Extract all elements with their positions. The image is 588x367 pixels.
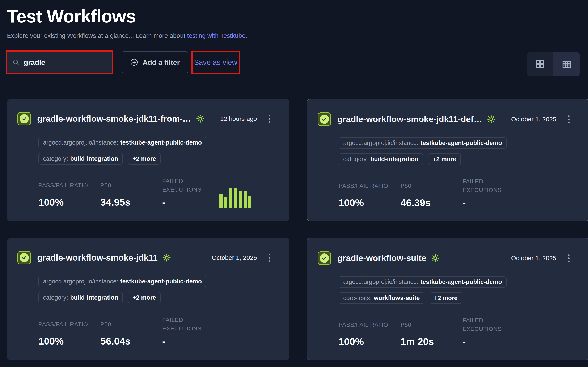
p50-value: 46.39s (401, 197, 462, 208)
label-pill: category:build-integration (38, 292, 123, 303)
pass-fail-ratio-label: PASS/FAIL RATIO (339, 177, 401, 194)
workflow-card[interactable]: gradle-workflow-smoke-jdk11-from-… 12 ho… (7, 99, 289, 221)
label-pill: argocd.argoproj.io/instance:testkube-age… (38, 276, 206, 287)
last-execution-date: October 1, 2025 (511, 116, 556, 123)
card-menu-button[interactable] (267, 113, 272, 125)
card-header: gradle-workflow-smoke-jdk11 October 1, 2… (7, 238, 289, 264)
page-title: Test Workflows (7, 6, 588, 27)
health-sun-icon (431, 254, 440, 262)
executions-bar-chart[interactable] (219, 188, 252, 208)
failed-executions-label: FAILED EXECUTIONS (462, 316, 515, 333)
search-input[interactable] (24, 58, 108, 67)
label-pill: category:build-integration (38, 153, 123, 165)
workflow-card[interactable]: gradle-workflow-smoke-jdk11-def… October… (307, 99, 588, 221)
card-menu-button[interactable] (566, 114, 571, 125)
grid-view-icon (535, 59, 545, 69)
workflow-name[interactable]: gradle-workflow-suite (337, 253, 426, 263)
workflow-name[interactable]: gradle-workflow-smoke-jdk11 (37, 253, 158, 263)
status-passed-icon (17, 251, 31, 264)
card-menu-button[interactable] (267, 252, 272, 263)
card-header: gradle-workflow-smoke-jdk11-def… October… (307, 100, 588, 126)
label-pill: category:build-integration (339, 153, 423, 165)
view-mode-toggle (527, 52, 580, 76)
p50-label: P50 (100, 316, 162, 333)
card-labels: argocd.argoproj.io/instance:testkube-age… (339, 276, 588, 304)
card-metrics: PASS/FAIL RATIO100% P5034.95s FAILED EXE… (38, 177, 289, 208)
more-labels-pill[interactable]: +2 more (128, 292, 160, 303)
workflow-name[interactable]: gradle-workflow-smoke-jdk11-def… (337, 114, 482, 124)
subtitle-text: Explore your existing Workflows at a gla… (7, 32, 187, 39)
more-labels-pill[interactable]: +2 more (428, 153, 461, 165)
search-annotation-box (6, 50, 113, 74)
pass-fail-ratio-value: 100% (339, 197, 401, 208)
more-labels-pill[interactable]: +2 more (128, 153, 160, 165)
workflow-card[interactable]: gradle-workflow-suite October 1, 2025 ar… (307, 238, 588, 360)
table-view-button[interactable] (553, 52, 580, 76)
p50-label: P50 (401, 316, 462, 333)
page-subtitle: Explore your existing Workflows at a gla… (7, 32, 588, 39)
p50-value: 34.95s (100, 196, 162, 208)
last-execution-date: 12 hours ago (220, 115, 257, 122)
health-sun-icon (162, 253, 171, 262)
pass-fail-ratio-value: 100% (339, 336, 401, 347)
failed-executions-value: - (162, 335, 215, 347)
pass-fail-ratio-label: PASS/FAIL RATIO (339, 316, 401, 333)
label-pill: argocd.argoproj.io/instance:testkube-age… (339, 276, 506, 288)
add-filter-button[interactable]: Add a filter (122, 51, 188, 73)
pass-fail-ratio-label: PASS/FAIL RATIO (38, 316, 100, 333)
p50-value: 1m 20s (401, 336, 462, 347)
search-icon (12, 59, 19, 66)
p50-label: P50 (100, 177, 162, 194)
card-menu-button[interactable] (566, 253, 571, 264)
p50-label: P50 (401, 177, 462, 194)
table-view-icon (562, 59, 572, 69)
failed-executions-value: - (162, 196, 215, 208)
pass-fail-ratio-value: 100% (38, 335, 100, 347)
workflow-name[interactable]: gradle-workflow-smoke-jdk11-from-… (37, 114, 191, 124)
failed-executions-label: FAILED EXECUTIONS (162, 316, 215, 333)
pass-fail-ratio-value: 100% (38, 196, 100, 208)
card-labels: argocd.argoproj.io/instance:testkube-age… (38, 137, 289, 165)
testing-with-testkube-link[interactable]: testing with Testkube (187, 32, 245, 39)
grid-view-button[interactable] (527, 52, 553, 76)
failed-executions-label: FAILED EXECUTIONS (462, 177, 515, 194)
card-metrics: PASS/FAIL RATIO100% P501m 20s FAILED EXE… (339, 316, 588, 347)
add-filter-label: Add a filter (143, 58, 180, 67)
plus-circle-icon (130, 58, 138, 67)
subtitle-period: . (245, 32, 247, 39)
status-passed-icon (17, 112, 31, 125)
label-pill: core-tests:workflows-suite (339, 292, 424, 304)
card-labels: argocd.argoproj.io/instance:testkube-age… (339, 137, 588, 165)
failed-executions-value: - (462, 336, 515, 347)
p50-value: 56.04s (100, 335, 162, 347)
search-box[interactable] (7, 52, 112, 73)
status-passed-icon (318, 112, 331, 126)
status-passed-icon (318, 251, 331, 265)
last-execution-date: October 1, 2025 (511, 255, 556, 262)
last-execution-date: October 1, 2025 (212, 254, 257, 261)
failed-executions-label: FAILED EXECUTIONS (162, 177, 215, 194)
card-metrics: PASS/FAIL RATIO100% P5046.39s FAILED EXE… (339, 177, 588, 208)
card-labels: argocd.argoproj.io/instance:testkube-age… (38, 276, 289, 303)
workflow-card[interactable]: gradle-workflow-smoke-jdk11 October 1, 2… (7, 238, 289, 360)
workflow-cards-grid: gradle-workflow-smoke-jdk11-from-… 12 ho… (7, 99, 588, 360)
label-pill: argocd.argoproj.io/instance:testkube-age… (38, 137, 206, 148)
card-header: gradle-workflow-smoke-jdk11-from-… 12 ho… (7, 99, 289, 125)
pass-fail-ratio-label: PASS/FAIL RATIO (38, 177, 100, 194)
save-view-annotation-box: Save as view (191, 50, 240, 74)
label-pill: argocd.argoproj.io/instance:testkube-age… (339, 137, 506, 149)
health-sun-icon (196, 114, 205, 123)
card-header: gradle-workflow-suite October 1, 2025 (307, 238, 588, 265)
save-as-view-link[interactable]: Save as view (194, 58, 237, 67)
controls-row: Add a filter Save as view (6, 49, 588, 76)
health-sun-icon (487, 115, 496, 124)
failed-executions-value: - (462, 197, 515, 208)
more-labels-pill[interactable]: +2 more (429, 292, 462, 304)
card-metrics: PASS/FAIL RATIO100% P5056.04s FAILED EXE… (38, 316, 289, 347)
